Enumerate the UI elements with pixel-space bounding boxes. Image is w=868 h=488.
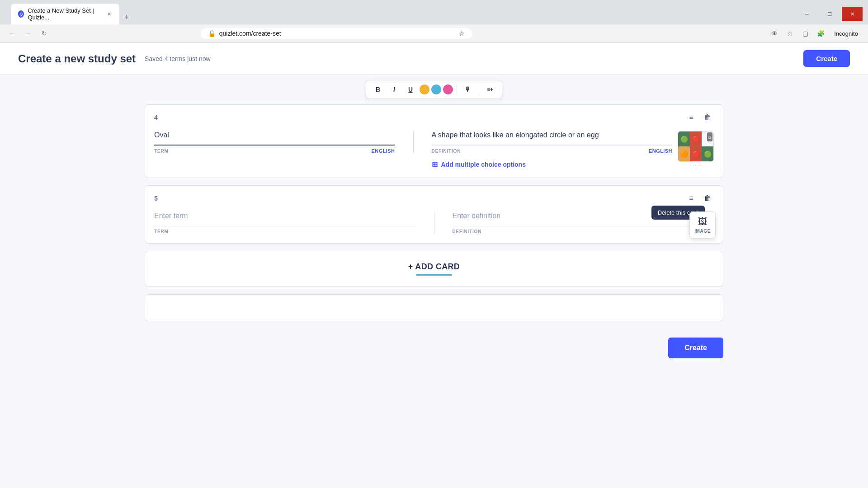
color-pink[interactable]	[443, 84, 453, 94]
add-card-button[interactable]: + ADD CARD	[408, 262, 460, 272]
card-4-def-label: DEFINITION ENGLISH	[432, 148, 673, 154]
card-4-term-lang[interactable]: ENGLISH	[372, 148, 395, 154]
create-button-header[interactable]: Create	[803, 50, 850, 67]
italic-button[interactable]: I	[387, 82, 401, 97]
window-controls: ─ ☐ ✕	[797, 7, 863, 21]
add-card-underline	[416, 274, 452, 276]
image-popup[interactable]: 🖼 IMAGE	[689, 211, 716, 239]
card-4-header: 4 ≡ 🗑	[145, 105, 723, 124]
browser-tab[interactable]: Q Create a New Study Set | Quizle... ✕	[11, 4, 119, 24]
browser-icons: 👁 ☆ ▢ 🧩 Incognito	[768, 27, 863, 40]
card-4-actions: ≡ 🗑	[685, 111, 714, 124]
card-4-term-label: TERM ENGLISH	[154, 148, 395, 154]
tab-close-icon[interactable]: ✕	[106, 10, 112, 18]
add-mc-label: Add multiple choice options	[441, 161, 526, 168]
card-5-actions: ≡ 🗑	[685, 192, 714, 205]
app-header: Create a new study set Saved 4 terms jus…	[0, 43, 868, 75]
card-4-def-lang[interactable]: ENGLISH	[649, 148, 672, 154]
toolbar-separator	[457, 84, 457, 95]
card-4-term-section: Oval TERM ENGLISH	[154, 131, 414, 154]
formatting-toolbar: B I U 🎙 ≡+	[366, 80, 502, 99]
tab-title: Create a New Study Set | Quizle...	[28, 7, 102, 21]
mic-button[interactable]: 🎙	[461, 82, 475, 97]
card-4-number: 4	[154, 114, 158, 121]
image-popup-icon: 🖼	[698, 216, 707, 227]
back-button[interactable]: ←	[5, 27, 18, 40]
underline-button[interactable]: U	[403, 82, 418, 97]
card-4-def-value[interactable]: A shape that looks like an elongated cir…	[432, 131, 673, 145]
color-blue[interactable]	[431, 84, 441, 94]
card-5: 5 ≡ 🗑 Delete this card 🖼 IMAGE Enter ter…	[145, 185, 723, 244]
card-5-header: 5 ≡ 🗑	[145, 186, 723, 205]
color-yellow[interactable]	[420, 84, 429, 94]
toolbar-row: B I U 🎙 ≡+	[145, 75, 723, 104]
card-4-delete-icon[interactable]: 🗑	[701, 111, 714, 124]
url-star-icon: ☆	[459, 30, 465, 37]
lock-icon: 🔒	[208, 30, 216, 37]
extensions-icon[interactable]: 🧩	[814, 27, 827, 40]
thumb-cell-4: 🟠	[678, 146, 690, 161]
star-icon[interactable]: ☆	[783, 27, 796, 40]
card-5-def-label: DEFINITION	[453, 229, 714, 234]
address-bar: ← → ↻ 🔒 quizlet.com/create-set ☆ 👁 ☆ ▢ 🧩…	[0, 24, 868, 42]
eye-slash-icon[interactable]: 👁	[768, 27, 781, 40]
card-5-delete-icon[interactable]: 🗑	[701, 192, 714, 205]
more-options-button[interactable]: ≡+	[483, 82, 497, 97]
bottom-create-section: Create	[145, 328, 723, 376]
card-4-def-section: A shape that looks like an elongated cir…	[414, 131, 673, 169]
browser-title-bar: Q Create a New Study Set | Quizle... ✕ +…	[0, 0, 868, 24]
thumb-cell-1: 🟢	[678, 131, 690, 146]
thumb-cell-2: 🔴	[690, 131, 702, 146]
tabs-row: Q Create a New Study Set | Quizle... ✕ +	[11, 4, 797, 24]
card-4-image-thumbnail[interactable]: 🟢 🔴 ⧉ 🟠 🔴 🟢	[678, 131, 714, 162]
url-text: quizlet.com/create-set	[219, 30, 455, 37]
card-5-term-section: Enter term TERM	[154, 212, 434, 234]
add-multiple-choice-btn[interactable]: ⊞ Add multiple choice options	[432, 160, 673, 169]
card-5-drag-icon[interactable]: ≡	[685, 192, 698, 205]
bold-button[interactable]: B	[371, 82, 385, 97]
copy-icon: ⧉	[708, 136, 711, 140]
card-5-term-input[interactable]: Enter term	[154, 212, 416, 226]
card-5-number: 5	[154, 195, 158, 202]
card-4-drag-icon[interactable]: ≡	[685, 111, 698, 124]
thumb-cell-3: ⧉	[702, 131, 713, 146]
tab-favicon: Q	[18, 10, 24, 18]
page-title: Create a new study set	[18, 52, 136, 65]
thumbnail-dots: · · · · ·	[678, 163, 714, 168]
image-popup-label: IMAGE	[694, 229, 711, 234]
add-card-section[interactable]: + ADD CARD	[145, 251, 723, 287]
forward-button[interactable]: →	[22, 27, 34, 40]
toolbar-separator-2	[479, 84, 479, 95]
thumb-cell-5: 🔴	[690, 146, 702, 161]
minimize-button[interactable]: ─	[797, 7, 817, 21]
card-4-body: Oval TERM ENGLISH A shape that looks lik…	[145, 124, 723, 178]
window-icon[interactable]: ▢	[799, 27, 811, 40]
incognito-badge: Incognito	[830, 29, 863, 38]
maximize-button[interactable]: ☐	[819, 7, 840, 21]
card-4-term-value[interactable]: Oval	[154, 131, 395, 145]
main-content: B I U 🎙 ≡+ 4 ≡ 🗑 Oval TERM EN	[108, 75, 760, 376]
thumb-cell-6: 🟢	[702, 146, 713, 161]
create-button-bottom[interactable]: Create	[668, 338, 723, 358]
close-window-button[interactable]: ✕	[842, 7, 863, 21]
card-5-term-label: TERM	[154, 229, 416, 234]
card-4: 4 ≡ 🗑 Oval TERM ENGLISH A shape that loo…	[145, 104, 723, 178]
refresh-button[interactable]: ↻	[38, 27, 51, 40]
new-tab-button[interactable]: +	[119, 10, 134, 24]
add-mc-icon: ⊞	[432, 160, 438, 169]
card-5-body: Enter term TERM Enter definition DEFINIT…	[145, 205, 723, 243]
saved-badge: Saved 4 terms just now	[145, 55, 211, 62]
bottom-card-placeholder	[145, 294, 723, 321]
browser-chrome: Q Create a New Study Set | Quizle... ✕ +…	[0, 0, 868, 43]
url-bar[interactable]: 🔒 quizlet.com/create-set ☆	[201, 28, 472, 39]
